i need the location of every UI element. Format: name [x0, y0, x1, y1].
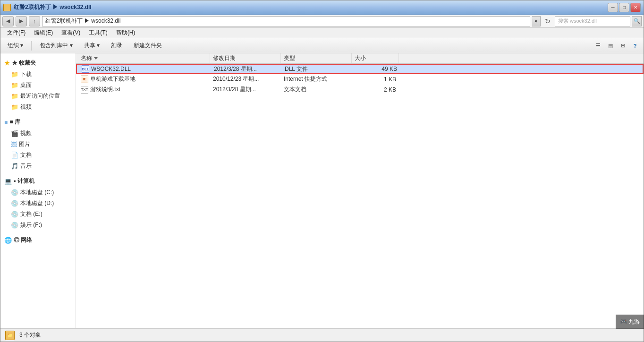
address-field[interactable]: 红警2联机补丁 ▶ wsock32.dll	[42, 16, 530, 26]
file-type-wsock32: DLL 文件	[282, 65, 353, 73]
file-row-wsock32[interactable]: DLL WSOCK32.DLL 2012/3/28 星期... DLL 文件 4…	[76, 64, 644, 74]
file-size-readme: 2 KB	[352, 86, 399, 93]
include-library-button[interactable]: 包含到库中 ▾	[35, 40, 76, 51]
menu-tools[interactable]: 工具(T)	[85, 28, 111, 38]
menu-edit[interactable]: 编辑(E)	[30, 28, 57, 38]
folder-recent-icon: 📁	[11, 93, 18, 100]
address-path: 红警2联机补丁 ▶ wsock32.dll	[45, 17, 120, 25]
menu-view[interactable]: 查看(V)	[58, 28, 84, 38]
menu-bar: 文件(F) 编辑(E) 查看(V) 工具(T) 帮助(H)	[0, 28, 644, 38]
sidebar-computer-header[interactable]: 💻 ▪ 计算机	[0, 175, 76, 187]
menu-file[interactable]: 文件(F)	[3, 28, 29, 38]
sidebar-item-drive-f[interactable]: 💿 娱乐 (F:)	[0, 220, 76, 231]
file-name-readme: TXT 游戏说明.txt	[78, 86, 210, 94]
search-placeholder: 搜索 wsock32.dll	[558, 17, 597, 25]
search-field-container: 搜索 wsock32.dll	[555, 16, 630, 26]
content-area: ★ ★ 收藏夹 📁 下载 📁 桌面 📁 最近访问的位置 📁 视频	[0, 53, 644, 328]
sidebar-item-documents[interactable]: 📄 文档	[0, 150, 76, 161]
search-button[interactable]: 🔍	[632, 16, 642, 26]
toolbar-separator-1	[31, 41, 32, 51]
new-folder-button[interactable]: 新建文件夹	[129, 40, 166, 51]
lib-documents-icon: 📄	[11, 152, 18, 159]
file-size-gamesite: 1 KB	[352, 76, 399, 83]
file-row-gamesite[interactable]: IE 单机游戏下载基地 2010/12/23 星期... Internet 快捷…	[76, 74, 644, 85]
sidebar-item-recent[interactable]: 📁 最近访问的位置	[0, 91, 76, 102]
back-button[interactable]: ◀	[2, 16, 14, 26]
sidebar-libraries-header[interactable]: ■ ■ 库	[0, 116, 76, 128]
share-button[interactable]: 共享 ▾	[80, 40, 104, 51]
sidebar-drive-f-label: 娱乐 (F:)	[20, 221, 42, 229]
file-name-wsock32: DLL WSOCK32.DLL	[79, 65, 211, 73]
sidebar-item-downloads[interactable]: 📁 下载	[0, 69, 76, 80]
sidebar-libraries-section: ■ ■ 库 🎬 视频 🖼 图片 📄 文档 🎵 音乐	[0, 116, 76, 171]
window-title: 红警2联机补丁 ▶ wsock32.dll	[14, 3, 92, 11]
view-list-button[interactable]: ☰	[593, 41, 604, 51]
sidebar-item-drive-e[interactable]: 💿 文档 (E:)	[0, 209, 76, 220]
file-type-readme: 文本文档	[281, 86, 352, 94]
column-header-date[interactable]: 修改日期	[210, 53, 281, 63]
toolbar: 组织 ▾ 包含到库中 ▾ 共享 ▾ 刻录 新建文件夹 ☰ ▤ ⊞ ?	[0, 38, 644, 53]
dll-icon: DLL	[82, 65, 89, 73]
menu-help[interactable]: 帮助(H)	[112, 28, 139, 38]
sidebar-item-drive-c[interactable]: 💿 本地磁盘 (C:)	[0, 187, 76, 198]
address-dropdown[interactable]: ▾	[532, 16, 541, 26]
title-bar-buttons: ─ □ ✕	[608, 3, 641, 12]
up-button[interactable]: ↑	[29, 16, 40, 26]
lib-video-icon: 🎬	[11, 130, 18, 137]
file-list: 名称 修改日期 类型 大小 DLL WSOCK32.DLL	[76, 53, 644, 328]
file-date-gamesite: 2010/12/23 星期...	[210, 75, 281, 83]
sidebar-item-video-lib[interactable]: 🎬 视频	[0, 128, 76, 139]
view-details-button[interactable]: ▤	[605, 41, 616, 51]
address-bar: ◀ ▶ ↑ 红警2联机补丁 ▶ wsock32.dll ▾ ↻ 搜索 wsock…	[0, 15, 644, 28]
drive-d-icon: 💿	[11, 200, 18, 207]
sidebar-item-drive-d[interactable]: 💿 本地磁盘 (D:)	[0, 198, 76, 209]
maximize-button[interactable]: □	[619, 3, 629, 12]
minimize-button[interactable]: ─	[608, 3, 618, 12]
sidebar-drive-e-label: 文档 (E:)	[20, 210, 42, 218]
sort-indicator	[94, 57, 98, 60]
column-header-type[interactable]: 类型	[281, 53, 352, 63]
organize-button[interactable]: 组织 ▾	[3, 40, 27, 51]
network-icon: 🌐	[4, 237, 12, 244]
status-folder-icon: 📁	[5, 331, 15, 340]
url-icon: IE	[81, 76, 88, 83]
refresh-button[interactable]: ↻	[542, 16, 553, 26]
close-button[interactable]: ✕	[630, 3, 641, 12]
sidebar-drive-d-label: 本地磁盘 (D:)	[20, 199, 54, 207]
star-icon: ★	[4, 60, 10, 67]
sidebar-network-label: ◎ 网络	[14, 236, 32, 244]
watermark: 🎮 九游	[616, 315, 644, 329]
txt-icon: TXT	[81, 86, 88, 94]
file-row-readme[interactable]: TXT 游戏说明.txt 2012/3/28 星期... 文本文档 2 KB	[76, 85, 644, 95]
sidebar-music-label: 音乐	[20, 162, 32, 170]
sidebar-network-header[interactable]: 🌐 ◎ 网络	[0, 234, 76, 246]
sidebar-favorites-header[interactable]: ★ ★ 收藏夹	[0, 57, 76, 69]
file-date-wsock32: 2012/3/28 星期...	[211, 65, 282, 73]
sidebar-favorites-label: ★ 收藏夹	[12, 59, 36, 67]
sidebar-network-section: 🌐 ◎ 网络	[0, 234, 76, 246]
window: 红警2联机补丁 ▶ wsock32.dll ─ □ ✕ ◀ ▶ ↑ 红警2联机补…	[0, 0, 644, 342]
view-large-icon-button[interactable]: ⊞	[617, 41, 628, 51]
folder-downloads-icon: 📁	[11, 71, 18, 78]
column-header-name[interactable]: 名称	[78, 53, 210, 63]
sidebar-item-music[interactable]: 🎵 音乐	[0, 161, 76, 171]
lib-music-icon: 🎵	[11, 162, 18, 170]
status-bar: 📁 3 个对象	[0, 328, 644, 342]
drive-c-icon: 💿	[11, 189, 18, 196]
sidebar-item-video-fav[interactable]: 📁 视频	[0, 102, 76, 112]
help-button[interactable]: ?	[629, 41, 641, 51]
sidebar-computer-label: ▪ 计算机	[14, 177, 34, 185]
sidebar-item-desktop[interactable]: 📁 桌面	[0, 80, 76, 91]
burn-button[interactable]: 刻录	[107, 40, 127, 51]
sidebar-video-fav-label: 视频	[20, 103, 32, 111]
file-list-header: 名称 修改日期 类型 大小	[76, 53, 644, 64]
forward-button[interactable]: ▶	[16, 16, 27, 26]
drive-f-icon: 💿	[11, 222, 18, 229]
file-size-wsock32: 49 KB	[353, 66, 400, 72]
title-bar: 红警2联机补丁 ▶ wsock32.dll ─ □ ✕	[0, 0, 644, 15]
column-header-size[interactable]: 大小	[352, 53, 399, 63]
drive-e-icon: 💿	[11, 211, 18, 218]
sidebar-item-pictures[interactable]: 🖼 图片	[0, 139, 76, 150]
file-name-gamesite: IE 单机游戏下载基地	[78, 75, 210, 83]
file-type-gamesite: Internet 快捷方式	[281, 75, 352, 83]
